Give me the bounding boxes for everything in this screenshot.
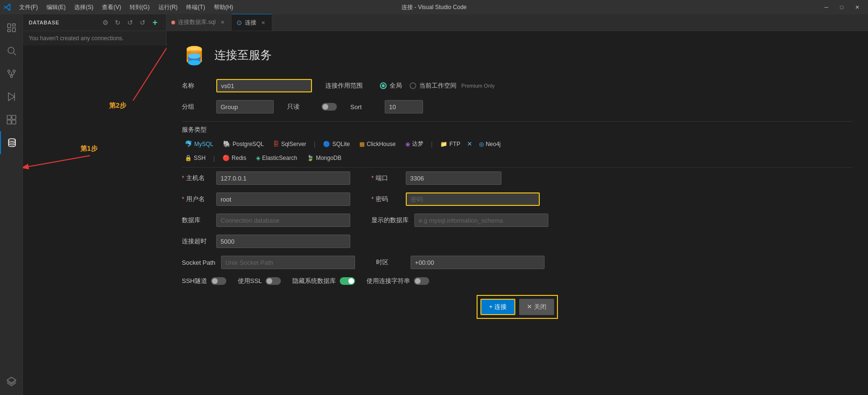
scope-global-option[interactable]: 全局 bbox=[380, 81, 402, 90]
host-label: 主机名 bbox=[182, 174, 211, 182]
scope-global-radio[interactable] bbox=[380, 82, 387, 89]
menu-help[interactable]: 帮助(H) bbox=[210, 2, 237, 12]
use-ssl-toggle[interactable] bbox=[266, 277, 281, 285]
ssh-tunnel-label: SSH隧道 bbox=[182, 277, 207, 285]
tab-sql-close[interactable]: ✕ bbox=[219, 19, 226, 26]
ssh-icon: 🔒 bbox=[185, 155, 192, 161]
menu-run[interactable]: 运行(R) bbox=[155, 2, 182, 12]
minimize-button[interactable]: ─ bbox=[819, 2, 834, 12]
service-mongodb[interactable]: 🍃 MongoDB bbox=[304, 154, 344, 162]
svg-rect-2 bbox=[12, 28, 15, 32]
neo4j-icon: ◎ bbox=[479, 141, 484, 147]
password-label: 密码 bbox=[371, 195, 400, 203]
sidebar-actions[interactable]: ⚙ ↻ ↺ ↺ + bbox=[100, 17, 160, 28]
refresh1-button[interactable]: ↻ bbox=[112, 17, 123, 28]
svg-rect-1 bbox=[12, 24, 15, 26]
service-mysql[interactable]: 🐬 MySQL bbox=[182, 139, 216, 148]
svg-line-20 bbox=[23, 156, 90, 168]
activity-extensions[interactable] bbox=[0, 108, 23, 131]
service-dameng[interactable]: ◉ 达梦 bbox=[402, 139, 426, 149]
window-controls[interactable]: ─ □ ✕ bbox=[819, 2, 864, 12]
tab-connect-close[interactable]: ✕ bbox=[259, 19, 267, 26]
name-input[interactable] bbox=[216, 79, 312, 92]
tab-bar: 连接数据库.sql ✕ ⊙ 连接 ✕ bbox=[167, 14, 868, 31]
svg-point-30 bbox=[188, 60, 200, 66]
service-ssh[interactable]: 🔒 SSH bbox=[182, 154, 209, 162]
activity-source-control[interactable] bbox=[0, 62, 23, 85]
menu-view[interactable]: 查看(V) bbox=[98, 2, 125, 12]
connect-button[interactable]: + 连接 bbox=[480, 299, 515, 315]
db-input[interactable] bbox=[216, 214, 350, 227]
host-input[interactable] bbox=[216, 171, 350, 185]
connection-panel: 连接至服务 名称 连接作用范围 全局 当前工作空间 Premium Only bbox=[167, 31, 868, 395]
maximize-button[interactable]: □ bbox=[835, 2, 849, 12]
refresh2-button[interactable]: ↺ bbox=[125, 17, 135, 28]
premium-badge: Premium Only bbox=[461, 83, 495, 89]
hide-sys-db-toggle[interactable] bbox=[340, 277, 355, 285]
svg-point-16 bbox=[8, 139, 15, 142]
scope-workspace-radio[interactable] bbox=[410, 82, 416, 89]
timeout-input[interactable] bbox=[216, 235, 350, 248]
clickhouse-icon: ▦ bbox=[359, 141, 365, 147]
menu-goto[interactable]: 转到(G) bbox=[126, 2, 153, 12]
scope-workspace-option[interactable]: 当前工作空间 Premium Only bbox=[410, 81, 495, 90]
socket-input[interactable] bbox=[221, 256, 355, 269]
activity-layers[interactable] bbox=[0, 370, 23, 393]
port-input[interactable] bbox=[406, 171, 501, 185]
activity-run[interactable] bbox=[0, 85, 23, 108]
sidebar-container: DATABASE ⚙ ↻ ↺ ↺ + You haven't created a… bbox=[23, 14, 167, 395]
ssh-tunnel-toggle[interactable] bbox=[211, 277, 226, 285]
sidebar-empty-message: You haven't created any connections. bbox=[23, 31, 166, 45]
menu-select[interactable]: 选择(S) bbox=[70, 2, 97, 12]
sort-input[interactable] bbox=[385, 100, 423, 113]
timezone-input[interactable] bbox=[411, 256, 545, 269]
titlebar-menu[interactable]: 文件(F) 编辑(E) 选择(S) 查看(V) 转到(G) 运行(R) 终端(T… bbox=[15, 2, 237, 12]
settings-button[interactable]: ⚙ bbox=[100, 17, 111, 28]
scope-global-label: 全局 bbox=[389, 81, 402, 90]
tab-sql-file[interactable]: 连接数据库.sql ✕ bbox=[167, 14, 232, 31]
service-clickhouse[interactable]: ▦ ClickHouse bbox=[356, 140, 399, 148]
close-button[interactable]: ✕ 关闭 bbox=[519, 299, 554, 315]
scope-workspace-label: 当前工作空间 bbox=[419, 81, 456, 90]
mysql-icon: 🐬 bbox=[185, 140, 192, 147]
panel-title: 连接至服务 bbox=[214, 47, 272, 63]
activity-search[interactable] bbox=[0, 39, 23, 62]
activity-explorer[interactable] bbox=[0, 16, 23, 39]
tab-connect[interactable]: ⊙ 连接 ✕ bbox=[232, 14, 272, 31]
service-sqlserver[interactable]: 🗄 SqlServer bbox=[270, 140, 309, 148]
divider1 bbox=[182, 121, 853, 122]
scope-label: 连接作用范围 bbox=[325, 81, 363, 90]
displayed-db-label: 显示的数据库 bbox=[371, 216, 409, 225]
tab-connect-icon: ⊙ bbox=[236, 19, 242, 26]
add-connection-button[interactable]: + bbox=[150, 17, 160, 28]
hide-sys-db-item: 隐藏系统数据库 bbox=[292, 277, 355, 285]
displayed-db-input[interactable] bbox=[414, 214, 548, 227]
window-title: 连接 - Visual Studio Code bbox=[401, 3, 467, 11]
group-input[interactable] bbox=[216, 100, 274, 113]
menu-edit[interactable]: 编辑(E) bbox=[43, 2, 69, 12]
menu-file[interactable]: 文件(F) bbox=[15, 2, 42, 12]
divider2 bbox=[182, 167, 853, 168]
service-redis[interactable]: 🔴 Redis bbox=[220, 154, 249, 162]
service-ftp[interactable]: 📁 FTP bbox=[437, 140, 463, 148]
reset-button[interactable]: ↺ bbox=[137, 17, 148, 28]
service-elasticsearch[interactable]: ◈ ElasticSearch bbox=[253, 154, 300, 162]
svg-rect-0 bbox=[7, 24, 10, 28]
elasticsearch-icon: ◈ bbox=[256, 155, 260, 161]
svg-marker-10 bbox=[8, 93, 14, 101]
activity-database[interactable] bbox=[0, 131, 23, 154]
service-types-row1: 🐬 MySQL 🐘 PostgreSQL 🗄 SqlServer | 🔵 SQL… bbox=[182, 139, 853, 149]
readonly-toggle[interactable] bbox=[322, 103, 337, 111]
close-button[interactable]: ✕ bbox=[850, 2, 864, 12]
tab-sql-label: 连接数据库.sql bbox=[178, 18, 216, 26]
password-input[interactable] bbox=[406, 192, 540, 206]
menu-terminal[interactable]: 终端(T) bbox=[182, 2, 209, 12]
name-scope-row: 名称 连接作用范围 全局 当前工作空间 Premium Only bbox=[182, 79, 853, 92]
use-connection-str-toggle[interactable] bbox=[414, 277, 429, 285]
username-input[interactable] bbox=[216, 192, 350, 206]
timeout-row: 连接超时 bbox=[182, 235, 853, 248]
service-neo4j[interactable]: ◎ Neo4j bbox=[476, 140, 503, 148]
service-sqlite[interactable]: 🔵 SQLite bbox=[320, 140, 353, 148]
ftp-icon: 📁 bbox=[440, 141, 447, 147]
service-postgresql[interactable]: 🐘 PostgreSQL bbox=[220, 139, 267, 148]
